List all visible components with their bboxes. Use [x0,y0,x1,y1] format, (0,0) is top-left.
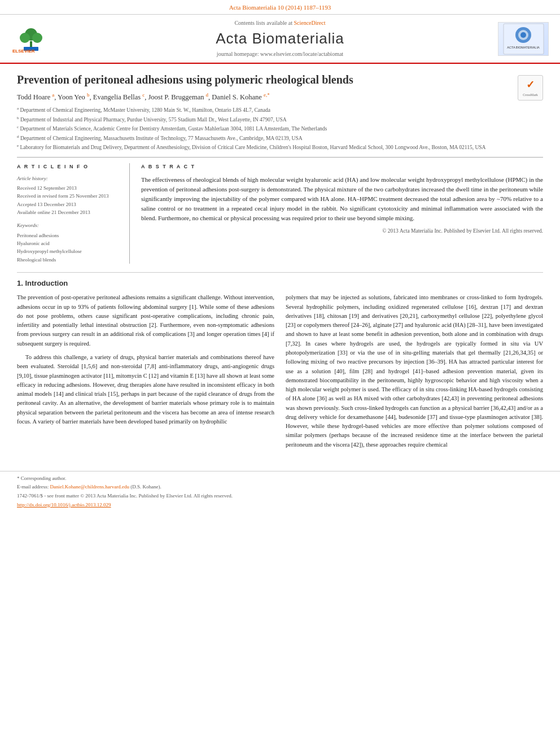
journal-homepage: journal homepage: www.elsevier.com/locat… [62,50,498,58]
author-1: Todd Hoare a [17,93,54,101]
author-4: Joost P. Bruggeman d [148,93,208,101]
affiliations: a Department of Chemical Engineering, Mc… [17,106,543,151]
introduction-columns: The prevention of post-operative periton… [17,293,543,454]
article-title: Prevention of peritoneal adhesions using… [17,72,543,87]
svg-point-3 [32,33,42,43]
elsevier-logo-svg: ELSEVIER [11,23,56,54]
intro-para-2: To address this challenge, a variety of … [17,353,274,426]
journal-header-center: Contents lists available at ScienceDirec… [62,19,498,58]
article-info-column: A R T I C L E I N F O Article history: R… [17,163,130,264]
available-date: Available online 21 December 2013 [17,209,121,216]
svg-point-2 [20,33,30,43]
elsevier-logo: ELSEVIER [11,23,62,54]
crossmark-label: CrossMark [523,93,538,97]
introduction-section: 1. Introduction The prevention of post-o… [17,272,543,454]
abstract-text: The effectiveness of rheological blends … [141,175,543,223]
keywords-label: Keywords: [17,222,121,229]
keyword-3: Hydroxypropyl methylcellulose [17,247,121,255]
received-revised-date: Received in revised form 25 November 201… [17,193,121,200]
legal-text: 1742-7061/$ - see front matter © 2013 Ac… [17,493,233,499]
science-direct-link[interactable]: ScienceDirect [294,20,325,26]
intro-left-col: The prevention of post-operative periton… [17,293,274,454]
science-direct-line: Contents lists available at ScienceDirec… [62,19,498,27]
abstract-label: A B S T R A C T [141,163,543,171]
accepted-date: Accepted 13 December 2013 [17,201,121,208]
affil-c: c Department of Materials Science, Acade… [17,124,543,133]
keywords-section: Keywords: Peritoneal adhesions Hyaluroni… [17,222,121,264]
acta-biomaterialia-logo-svg: ACTA BIOMATERIALIA [502,23,545,55]
received-date: Received 12 September 2013 [17,185,121,192]
crossmark-badge[interactable]: ✓ CrossMark [518,75,543,101]
email-link[interactable]: Daniel.Kohane@childrens.harvard.edu [50,484,129,490]
svg-text:ELSEVIER: ELSEVIER [12,49,35,54]
email-suffix: (D.S. Kohane). [130,484,161,490]
keyword-4: Rheological blends [17,256,121,264]
doi-link[interactable]: http://dx.doi.org/10.1016/j.actbio.2013.… [17,502,111,508]
footer-doi: http://dx.doi.org/10.1016/j.actbio.2013.… [17,501,543,509]
introduction-heading: 1. Introduction [17,278,543,289]
copyright-text: © 2013 Acta Materialia Inc. Published by… [141,228,543,235]
author-3: Evangelia Bellas c [93,93,145,101]
article-info-abstract-section: A R T I C L E I N F O Article history: R… [17,157,543,264]
journal-logo-right: ACTA BIOMATERIALIA [498,22,549,56]
journal-citation-bar: Acta Biomaterialia 10 (2014) 1187–1193 [0,0,560,15]
article-history: Article history: Received 12 September 2… [17,175,121,216]
authors-line: Todd Hoare a, Yoon Yeo b, Evangelia Bell… [17,91,543,103]
crossmark-icon: ✓ [526,78,535,92]
author-5: Daniel S. Kohane e,* [212,93,269,101]
intro-right-col: polymers that may be injected as solutio… [286,293,543,454]
journal-citation-text: Acta Biomaterialia 10 (2014) 1187–1193 [229,4,331,11]
affil-e: e Laboratory for Biomaterials and Drug D… [17,143,543,151]
corresponding-author-note: * Corresponding author. [17,475,543,482]
affil-b: b Department of Industrial and Physical … [17,115,543,124]
abstract-column: A B S T R A C T The effectiveness of rhe… [141,163,543,264]
svg-text:ACTA BIOMATERIALIA: ACTA BIOMATERIALIA [507,46,540,49]
affil-d: d Department of Chemical Engineering, Ma… [17,134,543,142]
email-note: E-mail address: Daniel.Kohane@childrens.… [17,483,543,491]
journal-title: Acta Biomaterialia [62,28,498,49]
page-footer: * Corresponding author. E-mail address: … [0,471,560,513]
journal-header: ELSEVIER Contents lists available at Sci… [0,15,560,63]
email-label: E-mail address: [17,484,49,490]
svg-point-9 [520,32,526,38]
intro-right-para-1: polymers that may be injected as solutio… [286,293,543,449]
history-label: Article history: [17,175,121,182]
author-2: Yoon Yeo b [58,93,89,101]
keyword-2: Hyaluronic acid [17,239,121,247]
footer-legal: 1742-7061/$ - see front matter © 2013 Ac… [17,492,543,500]
intro-para-1: The prevention of post-operative periton… [17,293,274,348]
keyword-1: Peritoneal adhesions [17,231,121,239]
affil-a: a Department of Chemical Engineering, Mc… [17,106,543,114]
article-info-label: A R T I C L E I N F O [17,163,121,171]
corresponding-label: * Corresponding author. [17,475,66,481]
main-content: ✓ CrossMark Prevention of peritoneal adh… [0,64,560,462]
